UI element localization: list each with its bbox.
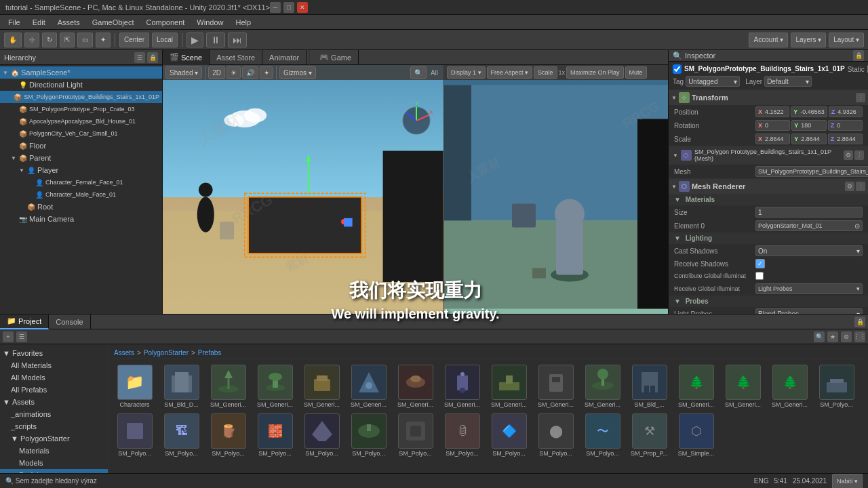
proj-add-btn[interactable]: + [3,331,14,342]
asset-sm-poly-row3-3[interactable]: SM_Polyo... [393,412,437,458]
account-button[interactable]: Account ▾ [749,33,788,47]
mesh-filter-settings[interactable]: ⚙ [844,150,853,160]
tab-scene[interactable]: 🎬 Scene [163,50,210,65]
asset-sm-gen-3[interactable]: SM_Generi... [300,363,344,409]
aspect-button[interactable]: Free Aspect ▾ [487,66,533,79]
tag-dropdown[interactable]: Untagged ▾ [686,76,740,87]
asset-sm-gen-6[interactable]: SM_Generi... [440,363,484,409]
proj-gear-btn[interactable]: ⚙ [841,331,852,342]
transform-tool[interactable]: ✦ [96,33,111,47]
mute-button[interactable]: Mute [625,66,647,79]
receive-gi-dropdown[interactable]: Light Probes ▾ [755,283,863,294]
menu-edit[interactable]: Edit [27,17,51,28]
proj-search-btn[interactable]: 🔍 [814,331,825,342]
breadcrumb-polygon[interactable]: PolygonStarter [144,349,189,357]
hier-female[interactable]: 👤 Character_Female_Face_01 [0,176,162,188]
asset-sm-bld-d[interactable]: SM_Bld_D... [159,363,203,409]
scene-search-btn[interactable]: 🔍 [410,66,427,79]
mr-settings[interactable]: ⚙ [845,182,854,191]
mesh-renderer-header[interactable]: ▼ ⬡ Mesh Renderer ⚙ ⋮ [669,179,868,194]
asset-sm-gen-9[interactable]: SM_Generi... [580,363,625,409]
asset-sm-poly-row3-4[interactable]: 🛢 SM_Polyo... [440,412,484,458]
tab-animator[interactable]: Animator [262,50,307,65]
scene-light-btn[interactable]: ☀ [226,66,241,79]
asset-sm-gen-8[interactable]: SM_Generi... [534,363,578,409]
mesh-filter-menu[interactable]: ⋮ [854,150,864,160]
hier-house[interactable]: 📦 ApocalypseApocalypse_Bld_House_01 [0,115,162,127]
minimize-button[interactable]: ─ [270,2,281,13]
element0-dropdown[interactable]: PolygonStarter_Mat_01 ⊙ [755,220,863,231]
tree-all-materials[interactable]: All Materials [0,359,108,371]
mr-menu[interactable]: ⋮ [856,182,865,191]
layout-button[interactable]: Layout ▾ [829,33,864,47]
hierarchy-menu-icon[interactable]: ☰ [134,52,145,63]
asset-sm-poly-row3-7[interactable]: 〜 SM_Polyo... [580,412,625,458]
rot-z[interactable]: 0 [828,120,863,131]
asset-sm-gen-10[interactable]: 🌲 SM_Generi... [674,363,718,409]
rect-tool[interactable]: ▭ [77,33,93,47]
move-tool[interactable]: ⊹ [24,33,39,47]
mesh-dropdown[interactable]: SM_PolygonPrototype_Buildings_Stairs_1x1… [755,166,868,177]
asset-sm-poly-row3-5[interactable]: 🔷 SM_Polyo... [487,412,531,458]
asset-sm-gen-1[interactable]: SM_Generi... [206,363,250,409]
game-view[interactable]: Display 1 ▾ Free Aspect ▾ Scale 1x Maxim… [444,65,668,314]
tab-asset-store[interactable]: Asset Store [210,50,262,65]
project-lock[interactable]: 🔒 [854,317,865,327]
layer-dropdown[interactable]: Default ▾ [764,76,812,87]
tree-materials[interactable]: Materials [0,445,108,457]
asset-sm-gen-12[interactable]: 🌲 SM_Generi... [768,363,812,409]
asset-sm-gen-5[interactable]: SM_Generi... [393,363,437,409]
tab-project[interactable]: 📁 Project [0,314,49,329]
asset-sm-gen-11[interactable]: 🌲 SM_Generi... [721,363,765,409]
asset-sm-poly-row3-6[interactable]: ⬤ SM_Polyo... [534,412,578,458]
hier-floor[interactable]: 📦 Floor [0,140,162,152]
tree-scripts[interactable]: _scripts [0,420,108,432]
maximize-button[interactable]: □ [283,2,294,13]
tree-models[interactable]: Models [0,457,108,469]
scene-audio-btn[interactable]: 🔊 [242,66,258,79]
light-probes-dropdown[interactable]: Blend Probes ▾ [755,308,863,314]
local-button[interactable]: Local [152,33,178,47]
hier-parent[interactable]: ▼ 📦 Parent [0,152,162,164]
hier-dirlight[interactable]: 💡 Directional Light [0,79,162,91]
receive-shadows-checkbox[interactable]: ✓ [755,259,765,268]
hier-samplescene[interactable]: ▼ 🏠 SampleScene* [0,66,162,79]
tab-game[interactable]: 🎮 Game [313,50,359,65]
nabiti-button[interactable]: Nabití ▾ [832,474,863,489]
menu-help[interactable]: Help [230,17,256,28]
asset-sm-poly-4[interactable]: 🪵 SM_Polyo... [206,412,250,458]
asset-sm-poly-3[interactable]: 🏗 SM_Polyo... [159,412,203,458]
gizmos-button[interactable]: Gizmos ▾ [279,66,316,79]
shaded-button[interactable]: Shaded ▾ [165,66,202,79]
proj-more-btn[interactable]: ⋮⋮ [854,331,865,342]
tree-animations[interactable]: _animations [0,408,108,420]
asset-sm-bld-2[interactable]: SM_Bld_... [627,363,671,409]
asset-sm-poly-row3-1[interactable]: SM_Polyo... [300,412,344,458]
contribute-gi-checkbox[interactable] [755,272,764,280]
asset-sm-poly-5[interactable]: 🧱 SM_Polyo... [253,412,297,458]
object-enabled-checkbox[interactable] [673,64,682,74]
breadcrumb-assets[interactable]: Assets [114,349,134,357]
asset-sm-poly-row3-2[interactable]: SM_Polyo... [347,412,391,458]
tree-all-prefabs[interactable]: All Prefabs [0,384,108,396]
asset-characters[interactable]: 📁 Characters [113,363,157,409]
tree-favorites[interactable]: ▼ Favorites [0,347,108,359]
pos-z[interactable]: 4.9326 [829,106,863,117]
menu-component[interactable]: Component [140,17,190,28]
scl-x[interactable]: 2.8644 [755,134,790,144]
hand-tool[interactable]: ✋ [4,33,22,47]
layers-button[interactable]: Layers ▾ [791,33,826,47]
scene-view[interactable]: Shaded ▾ 2D ☀ 🔊 ✦ Gizmos ▾ 🔍 All [163,65,444,314]
rot-y[interactable]: 180 [791,120,826,131]
pause-button[interactable]: ⏸ [206,33,225,47]
tree-assets[interactable]: ▼ Assets [0,396,108,408]
step-button[interactable]: ⏭ [228,33,247,47]
hier-root[interactable]: 📦 Root [0,201,162,213]
hier-player[interactable]: ▼ 👤 Player [0,164,162,176]
asset-sm-simple[interactable]: ⬡ SM_Simple... [674,412,718,458]
center-button[interactable]: Center [119,33,149,47]
cast-shadows-dropdown[interactable]: On ▾ [755,245,863,256]
pos-x[interactable]: 4.1622 [755,106,789,117]
size-value[interactable]: 1 [755,207,863,218]
menu-file[interactable]: File [3,17,26,28]
